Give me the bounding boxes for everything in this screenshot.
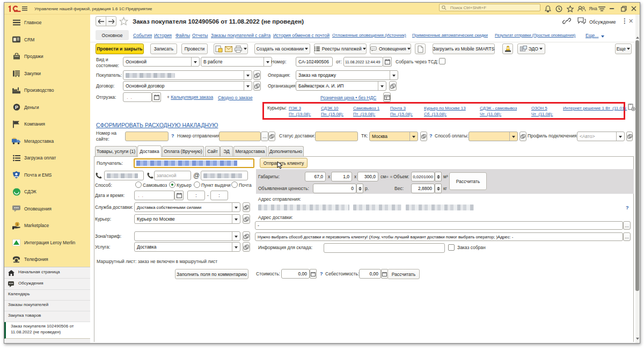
svg-text:$: $ [16,222,18,225]
svg-text:P: P [14,105,18,110]
